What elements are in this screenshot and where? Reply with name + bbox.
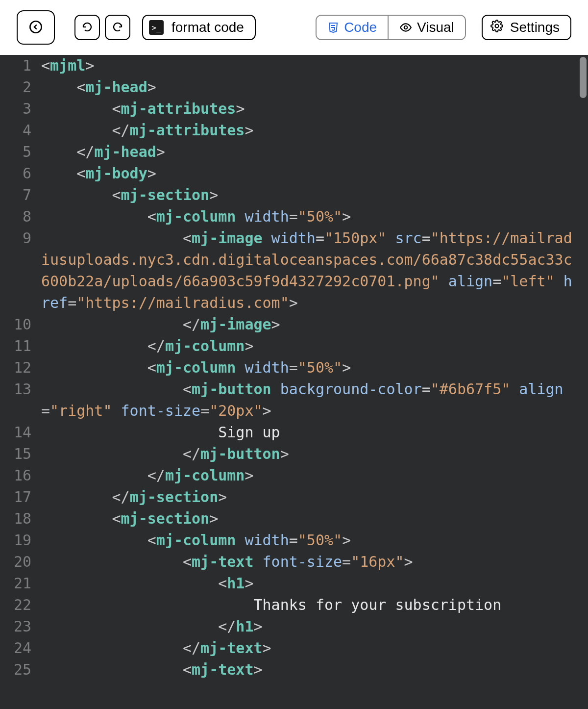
- svg-point-1: [404, 26, 408, 29]
- code-line[interactable]: <mj-attributes>: [41, 98, 576, 120]
- eye-icon: [399, 21, 412, 34]
- code-line[interactable]: Thanks for your subscription: [41, 594, 576, 616]
- gear-icon: [490, 20, 503, 36]
- code-line[interactable]: <h1>: [41, 573, 576, 594]
- code-line[interactable]: </mj-image>: [41, 314, 576, 335]
- svg-point-2: [495, 24, 498, 27]
- settings-button[interactable]: Settings: [482, 15, 571, 40]
- code-line[interactable]: </mj-section>: [41, 486, 576, 508]
- code-line[interactable]: </mj-text>: [41, 637, 576, 659]
- tab-code-label: Code: [344, 20, 377, 35]
- svg-point-0: [30, 21, 41, 32]
- code-line[interactable]: </mj-column>: [41, 335, 576, 357]
- code-line[interactable]: <mj-text>: [41, 659, 576, 681]
- code-line[interactable]: </mj-attributes>: [41, 120, 576, 141]
- code-line[interactable]: <mj-text font-size="16px">: [41, 551, 576, 573]
- code-line[interactable]: </h1>: [41, 616, 576, 637]
- redo-button[interactable]: [105, 15, 130, 40]
- line-gutter: 1234567891011121314151617181920212223242…: [0, 55, 36, 709]
- tab-visual[interactable]: Visual: [388, 16, 465, 39]
- code-line[interactable]: <mj-button background-color="#6b67f5" al…: [41, 379, 576, 422]
- code-line[interactable]: <mj-section>: [41, 508, 576, 530]
- tab-code[interactable]: Code: [317, 16, 388, 39]
- code-line[interactable]: <mj-section>: [41, 184, 576, 206]
- history-buttons: [74, 15, 130, 40]
- format-code-button[interactable]: >_ format code: [142, 15, 256, 40]
- redo-icon: [112, 21, 123, 34]
- code-line[interactable]: <mjml>: [41, 55, 576, 76]
- code-line[interactable]: </mj-button>: [41, 443, 576, 465]
- code-line[interactable]: <mj-image width="150px" src="https://mai…: [41, 228, 576, 314]
- back-button[interactable]: [17, 10, 55, 45]
- settings-label: Settings: [510, 20, 560, 35]
- html5-icon: [327, 22, 339, 33]
- format-code-label: format code: [172, 20, 244, 35]
- code-content[interactable]: <mjml> <mj-head> <mj-attributes> </mj-at…: [41, 55, 576, 709]
- code-line[interactable]: <mj-column width="50%">: [41, 530, 576, 551]
- undo-icon: [81, 21, 93, 34]
- chevron-left-icon: [29, 20, 43, 35]
- tab-visual-label: Visual: [417, 20, 454, 35]
- code-line[interactable]: Sign up: [41, 422, 576, 443]
- editor: 1234567891011121314151617181920212223242…: [0, 55, 588, 709]
- scrollbar-thumb[interactable]: [580, 57, 587, 98]
- code-editor[interactable]: 1234567891011121314151617181920212223242…: [0, 55, 588, 709]
- code-line[interactable]: <mj-column width="50%">: [41, 357, 576, 379]
- code-line[interactable]: <mj-column width="50%">: [41, 206, 576, 228]
- code-line[interactable]: <mj-head>: [41, 76, 576, 98]
- undo-button[interactable]: [74, 15, 100, 40]
- code-line[interactable]: <mj-body>: [41, 163, 576, 184]
- view-tabs: Code Visual: [316, 15, 466, 40]
- code-line[interactable]: </mj-column>: [41, 465, 576, 486]
- toolbar: >_ format code Code Visual Settings: [0, 0, 588, 55]
- code-line[interactable]: </mj-head>: [41, 141, 576, 163]
- terminal-icon: >_: [149, 20, 164, 35]
